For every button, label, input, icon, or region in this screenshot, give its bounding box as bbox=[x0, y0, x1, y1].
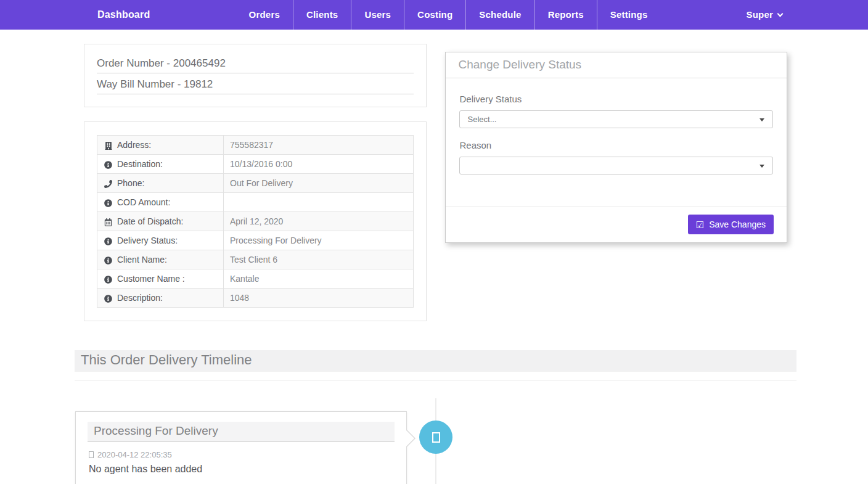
detail-label-cell: COD Amount: bbox=[97, 193, 224, 212]
detail-label-cell: Description: bbox=[97, 289, 224, 308]
nav-item-users[interactable]: Users bbox=[351, 0, 404, 30]
detail-value: April 12, 2020 bbox=[224, 212, 414, 231]
order-details-table: Address:755582317Destination:10/13/2016 … bbox=[97, 135, 414, 308]
info-circle-icon bbox=[104, 198, 113, 208]
timeline-card: Processing For Delivery2020-04-12 22:05:… bbox=[75, 411, 407, 484]
delivery-status-label: Delivery Status bbox=[460, 94, 774, 104]
chevron-down-icon bbox=[777, 11, 784, 17]
detail-label-cell: Phone: bbox=[97, 174, 224, 193]
nav-item-settings[interactable]: Settings bbox=[597, 0, 661, 30]
nav-item-schedule[interactable]: Schedule bbox=[465, 0, 534, 30]
nav-items: OrdersClientsUsersCostingScheduleReports… bbox=[236, 0, 661, 30]
timeline-badge bbox=[419, 420, 452, 454]
reason-select[interactable] bbox=[459, 157, 774, 174]
nav-item-super[interactable]: Super bbox=[733, 0, 795, 30]
timestamp-glyph-icon bbox=[89, 451, 94, 458]
building-icon bbox=[104, 141, 113, 150]
detail-label: COD Amount: bbox=[117, 197, 170, 207]
timeline-section: Processing For Delivery2020-04-12 22:05:… bbox=[75, 380, 796, 484]
phone-icon bbox=[104, 179, 113, 189]
detail-label-cell: Address: bbox=[97, 136, 224, 155]
table-row: Address:755582317 bbox=[97, 136, 414, 155]
calendar-icon bbox=[104, 217, 113, 227]
info-circle-icon bbox=[104, 236, 113, 246]
detail-label: Date of Dispatch: bbox=[117, 216, 183, 226]
brand-dashboard-link[interactable]: Dashboard bbox=[97, 0, 150, 30]
timeline-entry-timestamp: 2020-04-12 22:05:35 bbox=[89, 450, 395, 459]
detail-label: Customer Name : bbox=[117, 274, 185, 284]
nav-item-clients[interactable]: Clients bbox=[293, 0, 351, 30]
badge-glyph-icon bbox=[432, 432, 440, 443]
nav-item-orders[interactable]: Orders bbox=[236, 0, 293, 30]
detail-value: 1048 bbox=[224, 289, 414, 308]
select-caret-icon bbox=[760, 118, 764, 124]
table-row: Customer Name :Kantale bbox=[97, 269, 414, 289]
order-details-panel: Address:755582317Destination:10/13/2016 … bbox=[84, 121, 427, 321]
timeline-entry-note: No agent has been added bbox=[89, 464, 395, 475]
detail-value: 10/13/2016 0:00 bbox=[224, 155, 414, 174]
detail-value: Processing For Delivery bbox=[224, 231, 414, 250]
timestamp-text: 2020-04-12 22:05:35 bbox=[97, 450, 172, 459]
timeline-heading: This Order Delivery Timeline bbox=[75, 350, 796, 372]
change-status-title: Change Delivery Status bbox=[446, 52, 787, 78]
change-status-footer: ☑ Save Changes bbox=[446, 207, 787, 242]
save-changes-button[interactable]: ☑ Save Changes bbox=[688, 215, 774, 234]
right-column: Change Delivery Status Delivery Status S… bbox=[436, 44, 797, 321]
detail-label-cell: Delivery Status: bbox=[97, 231, 224, 250]
info-circle-icon bbox=[104, 274, 113, 284]
table-row: Phone:Out For Delivery bbox=[97, 174, 414, 193]
order-details-tbody: Address:755582317Destination:10/13/2016 … bbox=[97, 136, 414, 308]
detail-value: Test Client 6 bbox=[224, 250, 414, 269]
table-row: Date of Dispatch:April 12, 2020 bbox=[97, 212, 414, 231]
table-row: Client Name:Test Client 6 bbox=[97, 250, 414, 269]
change-delivery-status-panel: Change Delivery Status Delivery Status S… bbox=[445, 52, 788, 243]
detail-label-cell: Customer Name : bbox=[97, 269, 224, 289]
info-circle-icon bbox=[104, 293, 113, 303]
info-circle-icon bbox=[104, 255, 113, 265]
table-row: Delivery Status:Processing For Delivery bbox=[97, 231, 414, 250]
table-row: Description:1048 bbox=[97, 289, 414, 308]
left-column: Order Number - 200465492 Way Bill Number… bbox=[75, 44, 436, 321]
detail-value bbox=[224, 193, 414, 212]
detail-label: Phone: bbox=[117, 178, 144, 188]
detail-label: Description: bbox=[117, 293, 163, 303]
order-summary-panel: Order Number - 200465492 Way Bill Number… bbox=[84, 44, 427, 107]
detail-label: Delivery Status: bbox=[117, 236, 178, 245]
detail-label-cell: Client Name: bbox=[97, 250, 224, 269]
nav-item-reports[interactable]: Reports bbox=[534, 0, 597, 30]
timeline-entry-title: Processing For Delivery bbox=[88, 422, 395, 442]
info-circle-icon bbox=[104, 160, 113, 170]
detail-value: Kantale bbox=[224, 269, 414, 289]
change-status-body: Delivery Status Select... Reason bbox=[446, 78, 787, 207]
save-changes-label: Save Changes bbox=[709, 219, 766, 229]
reason-label: Reason bbox=[460, 140, 774, 150]
detail-label: Client Name: bbox=[117, 255, 167, 265]
check-square-icon: ☑ bbox=[696, 220, 704, 229]
detail-label: Address: bbox=[117, 140, 151, 150]
nav-super-label: Super bbox=[746, 9, 773, 20]
waybill-number-text: Way Bill Number - 19812 bbox=[97, 78, 414, 94]
detail-value: 755582317 bbox=[224, 136, 414, 155]
table-row: COD Amount: bbox=[97, 193, 414, 212]
delivery-status-selected-value: Select... bbox=[468, 115, 497, 124]
top-navbar: Dashboard OrdersClientsUsersCostingSched… bbox=[0, 0, 868, 30]
order-number-text: Order Number - 200465492 bbox=[97, 57, 414, 73]
nav-user: Super bbox=[733, 0, 795, 30]
detail-value: Out For Delivery bbox=[224, 174, 414, 193]
detail-label-cell: Destination: bbox=[97, 155, 224, 174]
table-row: Destination:10/13/2016 0:00 bbox=[97, 155, 414, 174]
main-content: Order Number - 200465492 Way Bill Number… bbox=[75, 44, 796, 484]
nav-item-costing[interactable]: Costing bbox=[404, 0, 465, 30]
delivery-status-select[interactable]: Select... bbox=[459, 110, 774, 128]
detail-label-cell: Date of Dispatch: bbox=[97, 212, 224, 231]
select-caret-icon bbox=[760, 165, 764, 170]
detail-label: Destination: bbox=[117, 159, 163, 169]
